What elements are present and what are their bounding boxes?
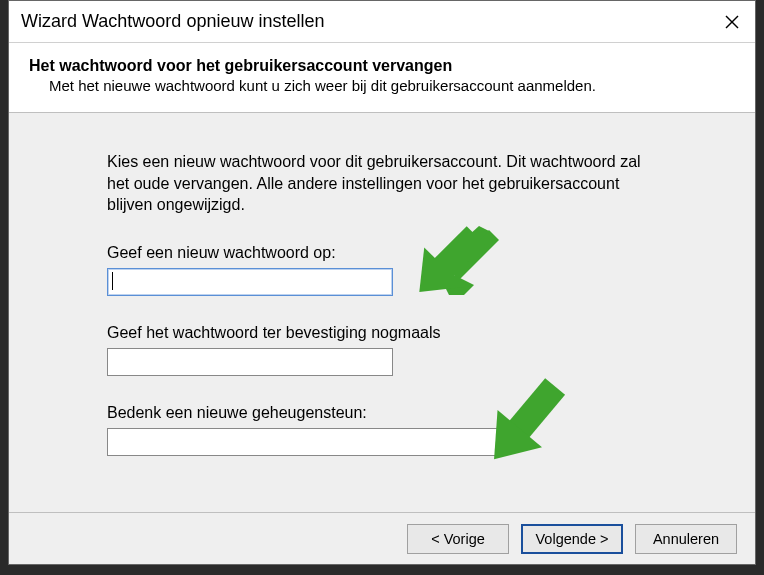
content-area: Kies een nieuw wachtwoord voor dit gebru… bbox=[9, 113, 755, 512]
header-area: Het wachtwoord voor het gebruikersaccoun… bbox=[9, 43, 755, 113]
back-button[interactable]: < Vorige bbox=[407, 524, 509, 554]
input-hint[interactable] bbox=[107, 428, 505, 456]
field-new-password: Geef een nieuw wachtwoord op: bbox=[107, 244, 685, 296]
cancel-button[interactable]: Annuleren bbox=[635, 524, 737, 554]
wizard-window: Wizard Wachtwoord opnieuw instellen Het … bbox=[8, 0, 756, 565]
input-confirm-password[interactable] bbox=[107, 348, 393, 376]
field-hint: Bedenk een nieuwe geheugensteun: bbox=[107, 404, 685, 456]
label-confirm-password: Geef het wachtwoord ter bevestiging nogm… bbox=[107, 324, 685, 342]
input-new-password[interactable] bbox=[107, 268, 393, 296]
close-icon bbox=[725, 15, 739, 29]
header-subtext: Met het nieuwe wachtwoord kunt u zich we… bbox=[29, 77, 735, 94]
intro-text: Kies een nieuw wachtwoord voor dit gebru… bbox=[107, 151, 667, 216]
titlebar: Wizard Wachtwoord opnieuw instellen bbox=[9, 1, 755, 43]
close-button[interactable] bbox=[709, 1, 755, 43]
next-button[interactable]: Volgende > bbox=[521, 524, 623, 554]
field-confirm-password: Geef het wachtwoord ter bevestiging nogm… bbox=[107, 324, 685, 376]
label-hint: Bedenk een nieuwe geheugensteun: bbox=[107, 404, 685, 422]
button-bar: < Vorige Volgende > Annuleren bbox=[9, 512, 755, 564]
label-new-password: Geef een nieuw wachtwoord op: bbox=[107, 244, 685, 262]
text-cursor bbox=[112, 272, 113, 290]
window-title: Wizard Wachtwoord opnieuw instellen bbox=[21, 11, 709, 32]
header-heading: Het wachtwoord voor het gebruikersaccoun… bbox=[29, 57, 735, 75]
